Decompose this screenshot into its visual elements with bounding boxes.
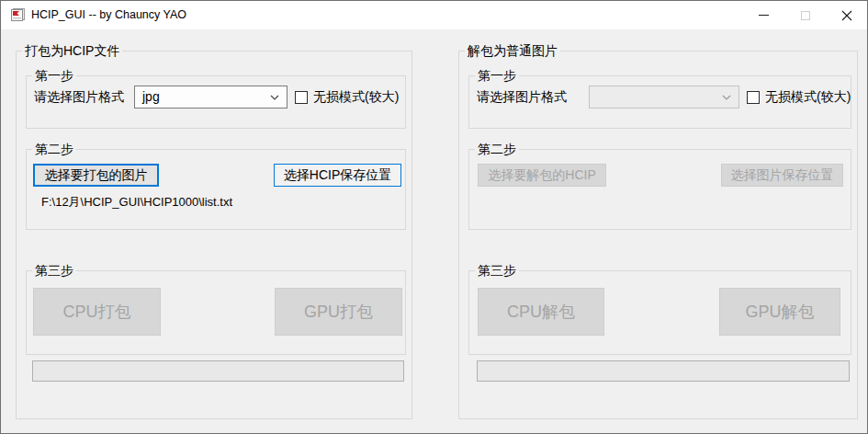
unpack-lossless-checkbox[interactable] bbox=[747, 91, 760, 104]
unpack-step3-group: 第三步 CPU解包 GPU解包 bbox=[468, 270, 851, 355]
pack-format-label: 请选择图片格式 bbox=[34, 89, 124, 106]
unpack-gpu-button[interactable]: GPU解包 bbox=[719, 288, 840, 336]
chevron-down-icon bbox=[722, 95, 731, 100]
maximize-icon bbox=[801, 11, 810, 20]
unpack-select-hcip-button[interactable]: 选择要解包的HCIP bbox=[478, 164, 606, 187]
pack-lossless-label: 无损模式(较大) bbox=[313, 89, 399, 106]
pack-step2-group: 第二步 选择要打包的图片 选择HCIP保存位置 F:\12月\HCIP_GUI\… bbox=[26, 149, 406, 230]
pack-select-images-button[interactable]: 选择要打包的图片 bbox=[33, 164, 159, 187]
unpack-select-save-location-button[interactable]: 选择图片保存位置 bbox=[721, 164, 843, 187]
pack-step2-label: 第二步 bbox=[32, 142, 76, 157]
unpack-step1-label: 第一步 bbox=[475, 68, 519, 84]
chevron-down-icon bbox=[270, 95, 279, 100]
pack-select-save-location-button[interactable]: 选择HCIP保存位置 bbox=[274, 164, 401, 187]
unpack-step2-label: 第二步 bbox=[475, 142, 519, 157]
window-title: HCIP_GUI -- by Chauncy YAO bbox=[31, 1, 186, 29]
unpack-progress-bar bbox=[477, 360, 850, 382]
pack-panel-title: 打包为HCIP文件 bbox=[22, 43, 122, 59]
app-icon bbox=[11, 7, 26, 22]
pack-format-value: jpg bbox=[142, 89, 160, 104]
maximize-button[interactable] bbox=[784, 1, 826, 29]
unpack-panel-title: 解包为普通图片 bbox=[465, 43, 560, 59]
pack-panel: 打包为HCIP文件 第一步 请选择图片格式 jpg 无损模式(较大) 第二步 选… bbox=[16, 51, 412, 419]
unpack-step2-group: 第二步 选择要解包的HCIP 选择图片保存位置 bbox=[468, 149, 851, 230]
pack-selected-path: F:\12月\HCIP_GUI\HCIP1000\list.txt bbox=[41, 194, 232, 211]
pack-step3-group: 第三步 CPU打包 GPU打包 bbox=[26, 270, 406, 355]
unpack-panel: 解包为普通图片 第一步 请选择图片格式 无损模式(较大) 第二步 选择要解包的H… bbox=[458, 51, 858, 419]
pack-step1-label: 第一步 bbox=[32, 68, 76, 84]
app-window: HCIP_GUI -- by Chauncy YAO 打包为HCIP文件 第一步… bbox=[0, 0, 868, 434]
pack-step1-group: 第一步 请选择图片格式 jpg 无损模式(较大) bbox=[26, 75, 406, 129]
close-button[interactable] bbox=[826, 1, 867, 29]
pack-progress-bar bbox=[32, 360, 404, 382]
unpack-format-label: 请选择图片格式 bbox=[477, 89, 567, 106]
close-icon bbox=[841, 10, 852, 21]
pack-gpu-button[interactable]: GPU打包 bbox=[275, 288, 402, 336]
unpack-step1-group: 第一步 请选择图片格式 无损模式(较大) bbox=[468, 75, 851, 129]
pack-cpu-button[interactable]: CPU打包 bbox=[33, 288, 161, 336]
unpack-step3-label: 第三步 bbox=[475, 263, 519, 279]
minimize-button[interactable] bbox=[743, 1, 784, 29]
unpack-cpu-button[interactable]: CPU解包 bbox=[478, 288, 604, 336]
unpack-lossless-label: 无损模式(较大) bbox=[765, 89, 851, 106]
title-bar[interactable]: HCIP_GUI -- by Chauncy YAO bbox=[1, 1, 867, 29]
pack-format-combobox[interactable]: jpg bbox=[134, 86, 287, 108]
pack-step3-label: 第三步 bbox=[32, 263, 76, 279]
minimize-icon bbox=[759, 15, 769, 16]
pack-lossless-checkbox[interactable] bbox=[295, 91, 308, 104]
unpack-format-combobox[interactable] bbox=[589, 86, 739, 108]
